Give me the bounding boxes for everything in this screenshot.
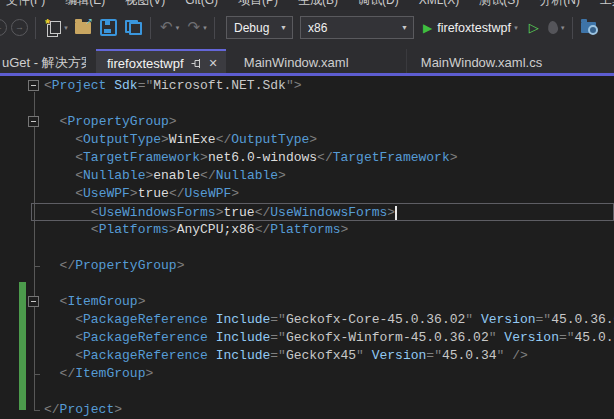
close-tab-icon[interactable]: ✕ (209, 57, 218, 70)
save-all-icon[interactable] (125, 20, 142, 35)
code-line[interactable]: <PackageReference Include="Geckofx45" Ve… (31, 347, 614, 365)
hot-reload-icon[interactable] (547, 21, 558, 35)
code-line[interactable]: <Nullable>enable</Nullable> (31, 167, 614, 185)
menu-item-8[interactable]: 测试(S) (479, 0, 519, 9)
standard-toolbar: ← → * ▼ ↶ ▼ ↷ ▼ Debug ▼ x86 ▼ ▶ fire (0, 10, 614, 46)
code-line[interactable]: </Project> (31, 401, 614, 417)
code-line[interactable]: <ItemGroup> (31, 293, 614, 311)
start-without-debugging-icon[interactable]: ▷ (529, 20, 539, 35)
configuration-value: Debug (234, 21, 274, 35)
code-line[interactable]: <PackageReference Include="Geckofx-Core-… (31, 311, 614, 329)
change-tracking-bar (19, 282, 26, 410)
code-line[interactable] (31, 275, 614, 293)
code-line[interactable]: <Project Sdk="Microsoft.NET.Sdk"> (31, 77, 614, 95)
menu-item-7[interactable]: XML(X) (419, 0, 460, 9)
solution-configuration-dropdown[interactable]: Debug ▼ (226, 16, 293, 39)
toolbar-separator (572, 17, 573, 39)
menu-item-10[interactable]: 工具(T) (600, 0, 614, 9)
code-line[interactable] (31, 383, 614, 401)
code-line[interactable]: <TargetFramework>net6.0-windows</TargetF… (31, 149, 614, 167)
code-line[interactable]: <PackageReference Include="Geckofx-Winfo… (31, 329, 614, 347)
tab-label: MainWindow.xaml.cs (421, 55, 542, 70)
toolbar-separator (35, 17, 36, 39)
tab-nuget-solution[interactable]: uGet - 解决方案 (0, 49, 86, 76)
pin-tab-icon[interactable] (191, 58, 202, 69)
code-line[interactable]: </ItemGroup> (31, 365, 614, 383)
tab-firefoxtestwpf[interactable]: firefoxtestwpf ✕ (96, 49, 226, 76)
code-line[interactable] (31, 95, 614, 113)
tab-label: uGet - 解决方案 (2, 54, 86, 72)
run-target-label: firefoxtestwpf (437, 21, 511, 35)
new-item-dropdown-icon[interactable]: ▼ (63, 25, 69, 31)
platform-value: x86 (308, 21, 395, 35)
undo-dropdown-icon[interactable]: ▼ (175, 25, 181, 31)
navigate-forward-icon[interactable]: → (11, 19, 28, 36)
menu-item-4[interactable]: 项目(P) (238, 0, 278, 9)
text-caret (395, 206, 397, 220)
toolbar-separator (214, 17, 215, 39)
fold-collapse-icon[interactable] (28, 116, 39, 127)
code-line[interactable]: <UseWindowsForms>true</UseWindowsForms> (31, 203, 614, 221)
sheet-front (50, 21, 61, 34)
tab-mainwindow-xaml[interactable]: MainWindow.xaml (230, 49, 398, 76)
menu-item-1[interactable]: 编辑(E) (65, 0, 105, 9)
tab-label: MainWindow.xaml (244, 55, 349, 70)
find-in-files-icon[interactable] (581, 22, 596, 33)
menu-item-5[interactable]: 生成(B) (298, 0, 338, 9)
save-icon[interactable] (100, 19, 117, 36)
menu-item-0[interactable]: 文件(F) (6, 0, 45, 9)
hot-reload-dropdown-icon[interactable]: ▼ (560, 25, 566, 31)
start-debugging-button[interactable]: ▶ firefoxtestwpf ▼ (423, 21, 521, 35)
document-tab-bar: uGet - 解决方案 firefoxtestwpf ✕ MainWindow.… (0, 46, 614, 76)
menu-item-2[interactable]: 视图(V) (125, 0, 165, 9)
sparkle-icon: * (45, 16, 50, 31)
code-editor[interactable]: <Project Sdk="Microsoft.NET.Sdk"> <Prope… (0, 76, 614, 417)
code-line[interactable]: <UseWPF>true</UseWPF> (31, 185, 614, 203)
navigate-back-icon[interactable]: ← (0, 19, 7, 36)
chevron-down-icon: ▼ (280, 24, 287, 31)
redo-icon[interactable]: ↷ (187, 20, 200, 35)
redo-dropdown-icon[interactable]: ▼ (202, 25, 208, 31)
open-file-icon[interactable] (75, 22, 91, 34)
floppy-front (129, 22, 142, 35)
code-line[interactable]: </PropertyGroup> (31, 257, 614, 275)
menu-bar: 文件(F)编辑(E)视图(V)Git(G)项目(P)生成(B)调试(D)XML(… (0, 0, 614, 10)
code-line[interactable] (31, 239, 614, 257)
new-item-icon[interactable]: * (46, 20, 61, 36)
tab-mainwindow-xaml-cs[interactable]: MainWindow.xaml.cs (406, 49, 583, 76)
code-line[interactable]: <PropertyGroup> (31, 113, 614, 131)
menu-item-9[interactable]: 分析(N) (539, 0, 580, 9)
visual-studio-window: 文件(F)编辑(E)视图(V)Git(G)项目(P)生成(B)调试(D)XML(… (0, 0, 614, 419)
toolbar-separator (150, 17, 151, 39)
solution-platform-dropdown[interactable]: x86 ▼ (300, 16, 414, 39)
undo-icon[interactable]: ↶ (160, 20, 173, 35)
fold-collapse-icon[interactable] (28, 80, 39, 91)
run-dropdown-icon: ▼ (513, 25, 519, 31)
code-line[interactable]: <Platforms>AnyCPU;x86</Platforms> (31, 221, 614, 239)
fold-collapse-icon[interactable] (28, 296, 39, 307)
chevron-down-icon: ▼ (401, 24, 408, 31)
menu-item-3[interactable]: Git(G) (185, 0, 218, 9)
tab-label: firefoxtestwpf (107, 56, 184, 71)
menu-item-6[interactable]: 调试(D) (358, 0, 399, 9)
play-icon: ▶ (423, 21, 432, 35)
code-line[interactable]: <OutputType>WinExe</OutputType> (31, 131, 614, 149)
